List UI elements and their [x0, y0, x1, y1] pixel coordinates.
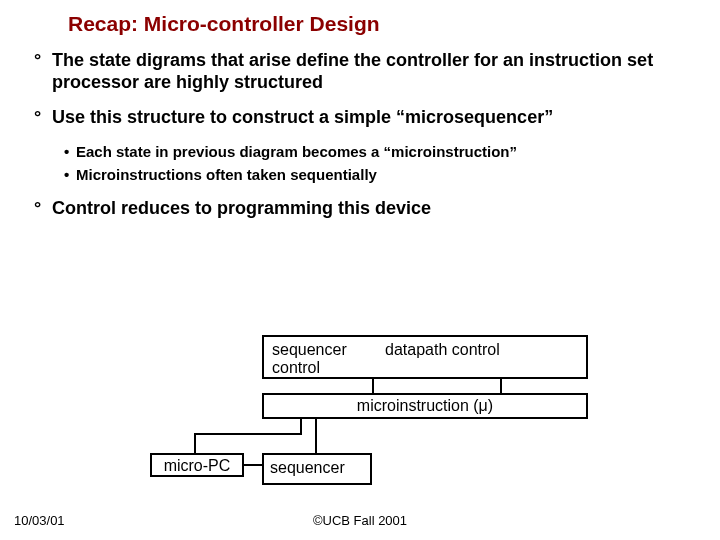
bullet-2b-text: Microinstructions often taken sequential… [76, 166, 377, 183]
bullet-3-text: Control reduces to programming this devi… [52, 198, 431, 218]
control-fields-box: sequencer control datapath control [262, 335, 588, 379]
bullet-1: ° The state digrams that arise define th… [34, 50, 700, 93]
degree-bullet-icon: ° [34, 198, 41, 220]
bullet-2: ° Use this structure to construct a simp… [34, 107, 700, 129]
wire [315, 419, 317, 453]
bullet-3: ° Control reduces to programming this de… [34, 198, 700, 220]
wire [194, 433, 302, 435]
sequencer-control-label: sequencer control [268, 339, 378, 375]
footer-copyright: ©UCB Fall 2001 [0, 513, 720, 528]
wire [244, 464, 262, 466]
wire [500, 379, 502, 393]
dot-bullet-icon: • [64, 143, 69, 162]
bullet-2a: • Each state in previous diagram becomes… [64, 143, 700, 162]
microinstruction-box: microinstruction (μ) [262, 393, 588, 419]
bullet-1-text: The state digrams that arise define the … [52, 50, 653, 92]
wire [372, 379, 374, 393]
micro-pc-box: micro-PC [150, 453, 244, 477]
degree-bullet-icon: ° [34, 50, 41, 72]
bullet-list: ° The state digrams that arise define th… [34, 50, 700, 220]
bullet-2b: • Microinstructions often taken sequenti… [64, 166, 700, 185]
dot-bullet-icon: • [64, 166, 69, 185]
bullet-2a-text: Each state in previous diagram becomes a… [76, 143, 517, 160]
datapath-control-label: datapath control [378, 339, 582, 375]
slide-title: Recap: Micro-controller Design [68, 12, 720, 36]
degree-bullet-icon: ° [34, 107, 41, 129]
microsequencer-diagram: sequencer control datapath control micro… [140, 335, 610, 505]
sequencer-box: sequencer [262, 453, 372, 485]
bullet-2-text: Use this structure to construct a simple… [52, 107, 553, 127]
